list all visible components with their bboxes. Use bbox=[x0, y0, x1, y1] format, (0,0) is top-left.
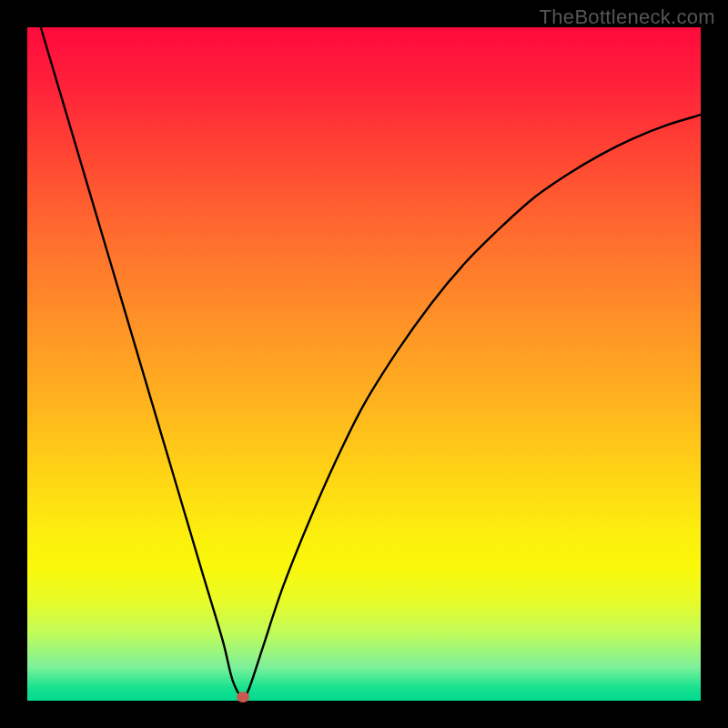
chart-frame: TheBottleneck.com bbox=[0, 0, 728, 728]
optimal-point-marker bbox=[237, 692, 249, 703]
bottleneck-curve bbox=[27, 27, 701, 701]
curve-path bbox=[41, 27, 701, 698]
watermark-text: TheBottleneck.com bbox=[540, 5, 715, 29]
plot-area bbox=[27, 27, 701, 701]
